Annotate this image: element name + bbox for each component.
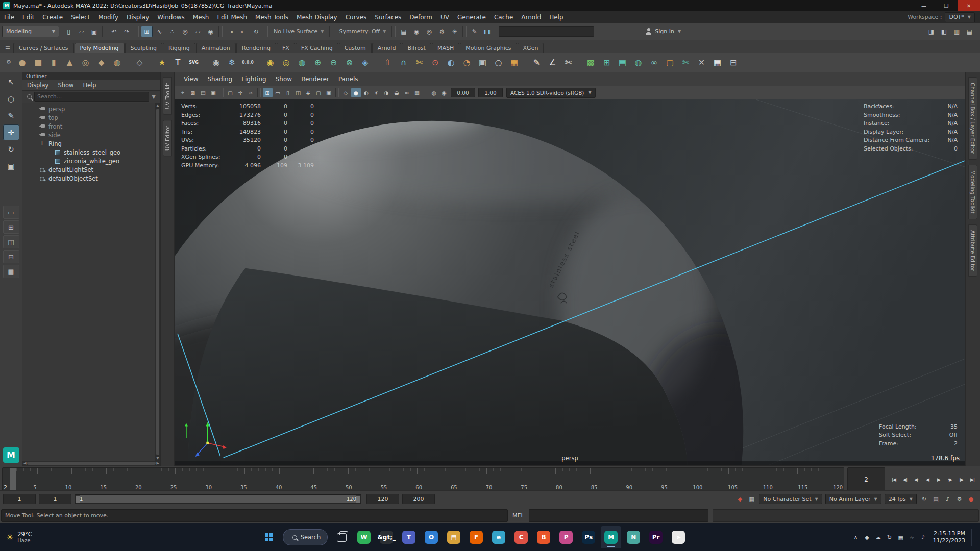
poly-cylinder[interactable]: ▮ [46,55,62,70]
expand-toggle-icon[interactable]: − [31,141,36,146]
poly-text[interactable]: T [170,55,186,70]
app-teams[interactable]: T [399,526,419,548]
sculpt-target[interactable]: ◉ [208,55,224,70]
construction-history-icon[interactable]: ↻ [250,26,262,37]
separator[interactable] [462,26,467,37]
target-weld[interactable]: ⊙ [427,55,443,70]
sign-in-button[interactable]: Sign In ▼ [645,28,681,35]
app-chrome[interactable]: C [511,526,531,548]
range-grid-icon[interactable]: ▦ [746,494,757,505]
scroll-left-icon[interactable]: ◀ [23,461,26,465]
poly-disc[interactable]: ◍ [109,55,125,70]
app-whatsapp[interactable]: W [354,526,374,548]
menu-item[interactable]: Mesh Tools [251,14,292,21]
uv-automatic[interactable]: ⊞ [599,55,615,70]
open-scene-icon[interactable]: ▱ [76,26,87,37]
outliner-item[interactable]: − Ring [22,139,155,148]
scroll-thumb[interactable] [27,462,155,465]
wireframe-icon[interactable]: ◇ [341,88,351,97]
viewport-menu-item[interactable]: View [179,76,203,83]
image-plane-icon[interactable]: ▢ [226,88,235,97]
boolean-union[interactable]: ⊕ [310,55,326,70]
app-terminal[interactable]: &gt;_ [376,526,397,548]
outliner-menu-item[interactable]: Display [22,82,53,89]
app-photos[interactable]: P [556,526,576,548]
lasso-tool[interactable]: ○ [3,91,19,107]
mirror[interactable]: ◐ [443,55,459,70]
toggle-attribute-editor-icon[interactable]: ◧ [938,26,950,37]
app-edge[interactable]: e [488,526,509,548]
xray-icon[interactable]: ◍ [429,88,439,97]
menu-item[interactable]: Deform [405,14,436,21]
play-forward-button[interactable]: ▶ [934,474,944,485]
camera-attributes-icon[interactable]: ▤ [199,88,208,97]
uv-stack[interactable]: ⊟ [725,55,741,70]
outliner-menu-item[interactable]: Show [53,82,78,89]
multi-cut[interactable]: ✄ [411,55,427,70]
crease-tool[interactable]: ✎ [529,55,545,70]
app-cursor[interactable]: ➤ [668,526,689,548]
outliner-item[interactable]: top [22,113,155,122]
menu-item[interactable]: Cache [490,14,517,21]
tray-cloud-icon[interactable]: ☁ [873,532,884,542]
layout-four-pane[interactable]: ⊞ [3,220,19,234]
viewport-menu-item[interactable]: Lighting [237,76,271,83]
toggle-modeling-toolkit-icon[interactable]: ◨ [925,26,937,37]
wedge[interactable]: ◔ [459,55,475,70]
taskbar-search[interactable]: Search [283,529,328,545]
outliner-vertical-scrollbar[interactable]: ▲ ▼ [155,103,160,461]
shelf-tab[interactable]: Bifrost [402,43,431,53]
pause-viewport-icon[interactable]: ❚❚ [481,26,493,37]
outliner-item[interactable]: persp [22,105,155,113]
gate-mask-icon[interactable]: ◫ [293,88,303,97]
lock-camera-icon[interactable]: ⊠ [188,88,198,97]
gap[interactable] [148,55,154,70]
paint-effects-icon[interactable]: ✎ [469,26,480,37]
shelf-tab[interactable]: XGen [518,43,544,53]
duplicate-face[interactable]: ▣ [475,55,491,70]
shelf-tab[interactable]: Arnold [372,43,402,53]
menu-item[interactable]: Help [545,14,567,21]
character-set-selector[interactable]: No Character Set▼ [759,494,822,504]
move-to-origin[interactable]: 0,0,0 [240,55,256,70]
oversampling-icon[interactable]: ≋ [246,88,256,97]
viewport-menu-item[interactable]: Renderer [297,76,334,83]
tray-wifi-icon[interactable]: ≈ [907,532,917,542]
rotate-tool[interactable]: ↻ [3,141,19,157]
measure-tool[interactable]: ∠ [545,55,560,70]
shelf-tab[interactable]: Animation [196,43,236,53]
separator[interactable] [218,26,223,37]
app-firefox[interactable]: F [466,526,486,548]
ao-icon[interactable]: ◒ [392,88,402,97]
scroll-up-icon[interactable]: ▲ [156,104,159,108]
gamma-field[interactable]: 1.00 [478,88,503,97]
separator[interactable] [335,88,339,97]
playback-loop-icon[interactable]: ↻ [919,494,929,505]
make-live-icon[interactable]: ◉ [205,26,216,37]
shelf-tab[interactable]: Motion Graphics [460,43,517,53]
gap[interactable] [256,55,262,70]
isolate-select-icon[interactable]: ◉ [439,88,449,97]
range-end-handle[interactable] [356,495,360,503]
menu-item[interactable]: Generate [453,14,490,21]
menu-item[interactable]: Display [122,14,153,21]
menu-item[interactable]: File [0,14,18,21]
gap[interactable] [202,55,208,70]
layout-persp-graph[interactable]: ⊟ [3,250,19,263]
safe-title-icon[interactable]: ▣ [324,88,334,97]
shelf-tab[interactable]: Rendering [236,43,276,53]
sweep-star[interactable]: ★ [154,55,170,70]
separator[interactable] [220,88,224,97]
render-settings-icon[interactable]: ⚙ [436,26,448,37]
snap-grid-icon[interactable]: ⊞ [141,26,153,37]
shelf-tab[interactable]: Rigging [163,43,195,53]
app-brave[interactable]: B [533,526,554,548]
render-view-icon[interactable]: ▤ [398,26,409,37]
animation-end-field[interactable]: 200 [402,494,435,504]
multisample-icon[interactable]: ▦ [412,88,422,97]
field-chart-icon[interactable]: # [304,88,313,97]
paint-select-tool[interactable]: ✎ [3,108,19,123]
knife-tool[interactable]: ✄ [560,55,576,70]
extrude[interactable]: ⇧ [380,55,396,70]
snap-curve-icon[interactable]: ∿ [154,26,165,37]
